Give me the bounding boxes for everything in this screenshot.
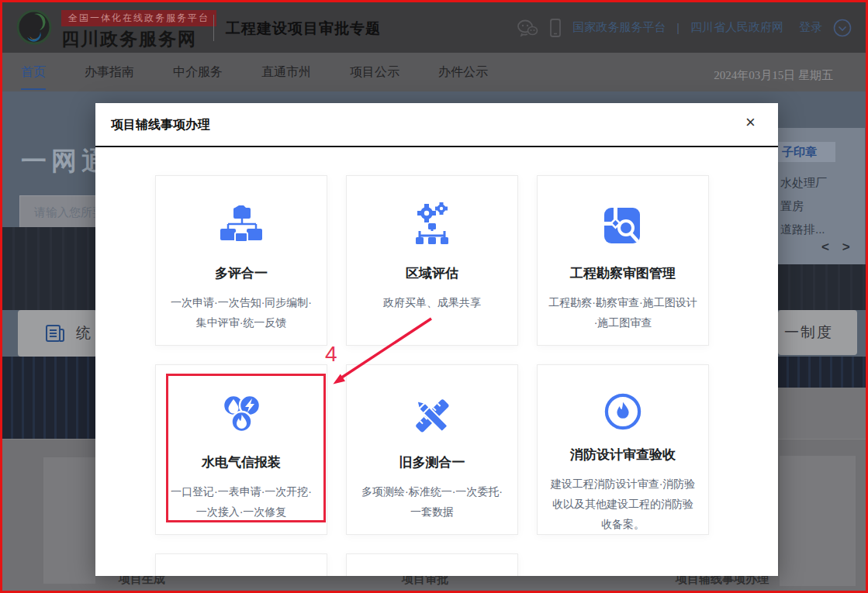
bottom-card-left — [43, 457, 95, 584]
document-icon — [45, 324, 65, 343]
site-name: 四川政务服务网 — [61, 27, 216, 51]
card-title: 区域评估 — [406, 264, 458, 282]
auxiliary-matters-modal: 项目辅线事项办理 × 多评合一 一次申请·一次告知·同步编制·集中评审·统一反馈 — [95, 103, 778, 576]
mobile-icon[interactable] — [549, 18, 562, 38]
bottom-card-right — [780, 456, 856, 586]
close-icon[interactable]: × — [745, 114, 756, 131]
card-title: 消防设计审查验收 — [570, 446, 676, 464]
card-multi-survey[interactable]: 旧多测合一 多项测绘·标准统一·一次委托·一套数据 — [346, 364, 518, 535]
card-desc: 政府买单、成果共享 — [373, 292, 491, 312]
city-photo-left — [2, 227, 95, 310]
card-fire-design-review[interactable]: 消防设计审查验收 建设工程消防设计审查·消防验收以及其他建设工程的消防验收备案。 — [537, 364, 709, 535]
site-header: 全国一体化在线政务服务平台 四川政务服务网 工程建设项目审批专题 国家政务服务平… — [2, 2, 866, 53]
card-desc: 多项测绘·标准统一·一次委托·一套数据 — [347, 481, 517, 522]
panel-item-water-plant[interactable]: 水处理厂 — [780, 176, 827, 191]
header-divider — [213, 15, 214, 41]
national-gov-link[interactable]: 国家政务服务平台 — [572, 20, 666, 35]
wechat-icon[interactable] — [517, 19, 538, 37]
link-separator: | — [676, 22, 680, 34]
city-photo-right-lower — [778, 357, 868, 388]
login-link[interactable]: 登录 — [799, 20, 822, 35]
system-button-label: 一制度 — [784, 322, 833, 343]
page: 全国一体化在线政务服务平台 四川政务服务网 工程建设项目审批专题 国家政务服务平… — [0, 0, 868, 593]
sichuan-gov-logo-icon — [16, 9, 52, 45]
card-multi-evaluation[interactable]: 多评合一 一次申请·一次告知·同步编制·集中评审·统一反馈 — [155, 175, 327, 346]
card-title: 工程勘察审图管理 — [570, 264, 676, 282]
city-photo-right — [778, 264, 868, 310]
national-platform-badge: 全国一体化在线政务服务平台 — [61, 10, 216, 26]
nav-item-case-public[interactable]: 办件公示 — [438, 64, 488, 81]
modal-title: 项目辅线事项办理 — [111, 117, 210, 133]
card-partial-2[interactable] — [346, 553, 518, 576]
brand-block: 全国一体化在线政务服务平台 四川政务服务网 — [61, 10, 216, 51]
chevron-down-icon[interactable] — [833, 19, 852, 37]
org-folders-icon — [216, 202, 266, 251]
blueprint-search-icon — [598, 202, 648, 251]
nav-item-project-public[interactable]: 项目公示 — [350, 64, 399, 81]
stats-button-label: 统 — [76, 323, 92, 343]
bg-fill-right — [778, 388, 868, 439]
quick-links-panel: 子印章 水处理厂 置房 道路排... < > — [778, 128, 865, 264]
nav-item-cities[interactable]: 直通市州 — [261, 64, 311, 81]
gears-flow-icon — [407, 202, 457, 251]
e-seal-chip[interactable]: 子印章 — [778, 142, 835, 162]
panel-item-road-drain[interactable]: 道路排... — [780, 222, 825, 237]
card-desc: 一口登记·一表申请·一次开挖·一次接入·一次修复 — [156, 481, 327, 522]
fire-circle-icon — [598, 391, 648, 433]
panel-pager[interactable]: < > — [821, 240, 855, 255]
header-right: 国家政务服务平台 | 四川省人民政府网 登录 — [517, 2, 852, 53]
card-desc: 建设工程消防设计审查·消防验收以及其他建设工程的消防验收备案。 — [538, 474, 708, 534]
card-desc: 工程勘察·勘察审查·施工图设计·施工图审查 — [538, 292, 708, 333]
stats-button[interactable]: 统 — [18, 310, 97, 357]
card-title: 水电气信报装 — [202, 453, 281, 471]
nav-item-agency[interactable]: 中介服务 — [173, 64, 223, 81]
ruler-pencil-icon — [407, 391, 457, 440]
card-title: 旧多测合一 — [399, 453, 465, 471]
card-partial-1[interactable] — [155, 553, 327, 576]
e-seal-label: 子印章 — [782, 145, 817, 160]
card-utilities-installation[interactable]: 水电气信报装 一口登记·一表申请·一次开挖·一次接入·一次修复 — [155, 364, 327, 535]
card-survey-drawing-review[interactable]: 工程勘察审图管理 工程勘察·勘察审查·施工图设计·施工图审查 — [537, 175, 709, 346]
current-date: 2024年03月15日 星期五 — [714, 68, 833, 83]
card-regional-assessment[interactable]: 区域评估 政府买单、成果共享 — [346, 175, 518, 346]
panel-item-housing[interactable]: 置房 — [780, 199, 804, 214]
water-power-gas-icon — [216, 391, 266, 440]
provincial-gov-link[interactable]: 四川省人民政府网 — [690, 20, 783, 35]
card-desc: 一次申请·一次告知·同步编制·集中评审·统一反馈 — [156, 292, 327, 333]
system-button[interactable]: 一制度 — [778, 310, 857, 355]
card-title: 多评合一 — [215, 264, 268, 282]
nav-item-home[interactable]: 首页 — [21, 64, 46, 81]
modal-title-divider — [95, 146, 778, 147]
page-title: 工程建设项目审批专题 — [226, 19, 381, 39]
nav-item-guide[interactable]: 办事指南 — [85, 64, 134, 81]
city-photo-left-lower — [2, 357, 95, 439]
